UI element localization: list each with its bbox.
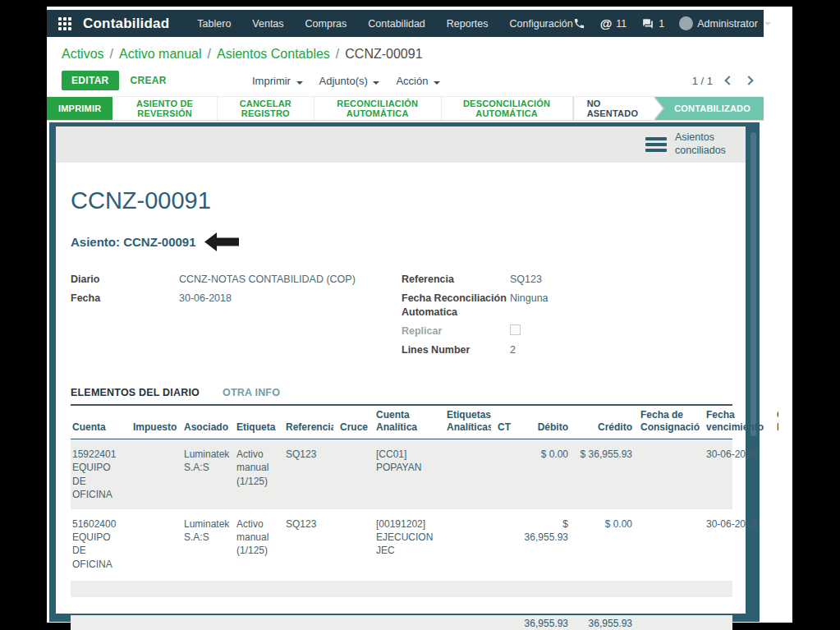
field-label-lines-number: Lines Number [402, 343, 510, 356]
desconciliacion-automatica-button[interactable]: DESCONCILIACIÓN AUTOMÁTICA [442, 97, 573, 120]
statusbar: IMPRIMIR ASIENTO DE REVERSIÓN CANCELAR R… [47, 96, 764, 121]
messages-menu[interactable]: 1 [641, 18, 664, 30]
apps-grid-icon[interactable] [58, 17, 71, 30]
replicar-checkbox[interactable] [510, 324, 521, 335]
reconciliacion-automatica-button[interactable]: RECONCILIACIÓN AUTOMÁTICA [314, 97, 442, 120]
annotation-arrow-left-icon [204, 232, 239, 251]
imprimir-button[interactable]: IMPRIMIR [47, 97, 112, 120]
field-label-fecha-reconciliacion: Fecha Reconciliación Automatica [402, 292, 510, 319]
cancelar-registro-button[interactable]: CANCELAR REGISTRO [218, 97, 314, 120]
field-groups: Diario CCNZ-NOTAS CONTABILIDAD (COP) Fec… [71, 273, 732, 362]
table-row[interactable]: 51602400 EQUIPO DE OFICINA Luminatek S.A… [71, 509, 732, 579]
col-header-impuesto[interactable]: Impuesto [131, 418, 177, 439]
chevron-down-icon [373, 81, 379, 85]
breadcrumb-asientos-contables[interactable]: Asientos Contables [217, 47, 330, 61]
col-header-fecha-consignacion[interactable]: Fecha de Consignación [639, 406, 700, 439]
empty-row [71, 581, 732, 597]
col-header-cuenta[interactable]: Cuenta [71, 418, 126, 439]
breadcrumb-separator: / [110, 47, 113, 61]
state-no-asentado[interactable]: NO ASENTADO [574, 97, 655, 120]
field-value-referencia: SQ123 [510, 273, 542, 286]
breadcrumb-activos[interactable]: Activos [62, 47, 104, 61]
field-label-diario: Diario [71, 273, 179, 286]
pager-prev-icon[interactable] [724, 76, 733, 85]
form-sheet: CCNZ-00091 Asiento: CCNZ-00091 Diario CC… [56, 163, 746, 614]
menu-item-tablero[interactable]: Tablero [197, 18, 231, 30]
breadcrumb-separator: / [208, 47, 211, 61]
breadcrumb: Activos/Activo manual/Asientos Contables… [62, 47, 764, 65]
total-credit-cell: 36,955.93 [575, 615, 634, 630]
field-value-fecha: 30-06-2018 [179, 292, 232, 305]
chevron-down-icon [296, 81, 303, 85]
col-header-asociado[interactable]: Asociado [182, 418, 230, 439]
col-header-credito[interactable]: Crédito [575, 418, 634, 439]
activities-menu[interactable]: @ 11 [600, 16, 627, 30]
menu-item-ventas[interactable]: Ventas [252, 18, 283, 30]
menu-item-compras[interactable]: Compras [305, 18, 347, 30]
messages-count: 1 [659, 18, 664, 30]
field-value-fecha-reconciliacion: Ninguna [510, 292, 549, 319]
phone-icon[interactable] [573, 17, 585, 30]
avatar [679, 16, 693, 30]
user-name: Administrator [697, 18, 758, 30]
table-totals-row: 36,955.93 36,955.93 [71, 615, 732, 630]
field-label-referencia: Referencia [402, 273, 510, 286]
col-header-etiqueta[interactable]: Etiqueta [235, 418, 279, 439]
total-debit-cell: 36,955.93 [519, 615, 570, 630]
chevron-down-icon [434, 81, 440, 85]
chevron-down-icon [764, 22, 771, 25]
reconciled-entries-button[interactable]: Asientos conciliados [675, 131, 734, 157]
field-value-diario: CCNZ-NOTAS CONTABILIDAD (COP) [179, 273, 356, 286]
top-navbar: Contabilidad Tablero Ventas Compras Cont… [47, 10, 764, 37]
entry-subtitle: Asiento: CCNZ-00091 [71, 235, 196, 249]
col-header-debito[interactable]: Débito [519, 418, 570, 439]
asiento-reversion-button[interactable]: ASIENTO DE REVERSIÓN [112, 97, 217, 120]
menu-item-contabilidad[interactable]: Contabilidad [368, 18, 425, 30]
tab-otra-info[interactable]: OTRA INFO [223, 387, 280, 398]
breadcrumb-activo-manual[interactable]: Activo manual [119, 47, 202, 61]
action-dropdown[interactable]: Acción [396, 75, 440, 87]
col-header-referencia[interactable]: Referencia [284, 418, 333, 439]
activities-count: 11 [616, 18, 627, 30]
pager-next-icon[interactable] [744, 76, 753, 85]
col-header-etiquetas-analiticas[interactable]: Etiquetas Analíticas [445, 406, 491, 439]
attachments-dropdown[interactable]: Adjunto(s) [319, 75, 380, 87]
menu-item-reportes[interactable]: Reportes [447, 18, 489, 30]
col-header-fecha-vencimiento[interactable]: Fecha vencimiento [705, 406, 770, 439]
field-value-lines-number: 2 [510, 343, 516, 356]
edit-button[interactable]: EDITAR [62, 71, 119, 90]
breadcrumb-current: CCNZ-00091 [345, 47, 422, 61]
control-row: EDITAR CREAR Imprimir Adjunto(s) Acción … [62, 70, 764, 91]
col-header-cuenta-analitica[interactable]: Cuenta Analítica [374, 406, 440, 439]
user-menu[interactable]: Administrator [679, 16, 771, 30]
tab-elementos-del-diario[interactable]: ELEMENTOS DEL DIARIO [71, 387, 200, 398]
table-row[interactable]: 15922401 EQUIPO DE OFICINA Luminatek S.A… [71, 439, 732, 509]
table-header-row: Cuenta Impuesto Asociado Etiqueta Refere… [71, 406, 732, 439]
journal-items-table: Cuenta Impuesto Asociado Etiqueta Refere… [71, 406, 732, 630]
sheet-top-strip: Asientos conciliados [56, 126, 746, 163]
state-contabilizado[interactable]: CONTABILIZADO [654, 97, 764, 120]
app-window: Contabilidad Tablero Ventas Compras Cont… [47, 7, 792, 623]
print-dropdown[interactable]: Imprimir [252, 75, 303, 87]
form-frame: Asientos conciliados CCNZ-00091 Asiento:… [49, 122, 760, 622]
main-menu: Tablero Ventas Compras Contabilidad Repo… [197, 18, 572, 30]
col-header-cruce[interactable]: Cruce [338, 418, 370, 439]
field-label-replicar: Replicar [402, 324, 510, 338]
create-button[interactable]: CREAR [131, 75, 167, 86]
page-title: CCNZ-00091 [71, 187, 732, 214]
notebook-tabs: ELEMENTOS DEL DIARIO OTRA INFO [71, 387, 732, 406]
col-header-ct[interactable]: CT [496, 418, 514, 439]
state-widget: NO ASENTADO CONTABILIZADO [573, 97, 764, 120]
reconciled-entries-icon[interactable] [645, 137, 667, 152]
activities-icon: @ [600, 16, 613, 30]
vertical-scrollbar[interactable] [750, 132, 756, 436]
col-header-cal-imp[interactable]: Cal Imp [775, 406, 778, 439]
pager-counter: 1 / 1 [692, 75, 713, 87]
menu-item-configuracion[interactable]: Configuración [510, 18, 573, 30]
field-label-fecha: Fecha [71, 292, 179, 305]
app-name[interactable]: Contabilidad [83, 16, 169, 32]
breadcrumb-separator: / [336, 47, 339, 61]
chat-icon [641, 18, 654, 30]
